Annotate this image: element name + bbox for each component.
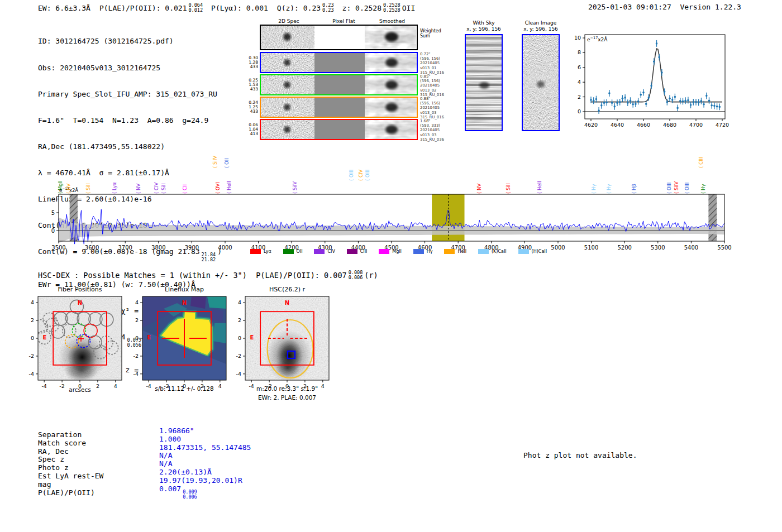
- data-point: [645, 103, 647, 105]
- legend-label: MgII: [392, 249, 402, 254]
- col-title-pixelflat: Pixel Flat: [317, 18, 370, 24]
- y-tick-label: 0: [238, 335, 241, 341]
- clean-title: Clean Image: [516, 20, 565, 26]
- spectrum-legend: LyαOIICIVCIIIMgIIHγHeII(K)CaII(H)CaII: [250, 249, 555, 254]
- data-point: [614, 106, 616, 108]
- data-point: [590, 99, 592, 101]
- legend-label: (K)CaII: [492, 249, 507, 254]
- legend-label: Hγ: [427, 249, 433, 254]
- data-point: [635, 103, 637, 105]
- lineflux-map-plot: NE -4-2024-4-2024: [131, 295, 233, 391]
- withsky-image: [465, 34, 503, 131]
- data-point: [648, 97, 650, 99]
- row-right-label: 1.68"(593, 333)20210405v013_03315_RU_036: [420, 119, 454, 142]
- exposure-row-cutouts: [260, 74, 418, 95]
- legend-item-(H)CaII: (H)CaII: [518, 249, 547, 254]
- legend-item-CIV: CIV: [314, 249, 335, 254]
- data-point: [674, 96, 676, 98]
- hscdex-text: HSC-DEX : Possible Matches = 1 (within +…: [38, 271, 347, 280]
- compass-east: E: [43, 334, 47, 341]
- y-tick-label: 4: [238, 299, 241, 305]
- y-tick-label: 2: [31, 317, 34, 323]
- match-row-label: Match score: [38, 439, 103, 448]
- line-label-OIII: ( OIII: [365, 170, 370, 181]
- hsc-plot-title: HSC(26.2) r: [248, 286, 326, 293]
- x-tick-label: 4620: [584, 122, 598, 128]
- y-tick-label: -4: [29, 371, 34, 377]
- data-point: [713, 105, 716, 107]
- data-point: [616, 102, 618, 104]
- header-z-type: OII: [402, 4, 415, 12]
- x-tick-label: 5400: [684, 245, 698, 251]
- data-point: [664, 91, 666, 93]
- y-tick-label: 4: [578, 79, 581, 85]
- legend-label: HeII: [457, 249, 466, 254]
- spectrum-unit-label: e−17x2Å: [59, 186, 78, 193]
- data-point: [716, 106, 718, 108]
- zoom-unit-label: e−17x2Å: [587, 36, 607, 42]
- data-point: [705, 95, 708, 97]
- data-point: [700, 100, 703, 102]
- match-row-value: 1.000: [159, 435, 251, 444]
- clean-image: [522, 34, 560, 131]
- header-z: z: 0.2528: [342, 4, 382, 12]
- exposure-row-cutouts: [260, 119, 418, 140]
- data-point: [666, 101, 669, 103]
- data-point: [632, 103, 634, 106]
- legend-swatch: [478, 249, 489, 254]
- data-point: [611, 102, 613, 104]
- x-tick-label: 4000: [218, 245, 232, 251]
- match-row-value: 1.96866": [159, 427, 251, 435]
- header-plya: P(Lyα): 0.001: [211, 4, 268, 12]
- data-point: [671, 99, 674, 101]
- match-row-label: mag: [38, 481, 103, 489]
- x-tick-label: 4720: [716, 122, 729, 128]
- clean-xy: x, y: 596, 156: [516, 26, 565, 32]
- compass-east: E: [147, 334, 151, 341]
- x-tick-label: 5500: [717, 245, 731, 251]
- y-tick-label: 6: [578, 64, 581, 70]
- data-point: [653, 60, 655, 63]
- data-point: [690, 104, 692, 106]
- x-tick-label: 5100: [584, 245, 598, 251]
- data-point: [605, 102, 608, 104]
- weighted-sum-label: WeightedSum: [420, 28, 441, 39]
- data-point: [684, 99, 686, 102]
- x-tick-label: 3700: [118, 245, 132, 251]
- data-point: [682, 100, 684, 103]
- compass-north: N: [182, 300, 187, 306]
- data-point: [679, 100, 681, 102]
- data-point: [650, 85, 652, 87]
- y-tick-label: -2: [29, 353, 34, 359]
- data-point: [637, 100, 640, 103]
- data-point: [598, 109, 600, 112]
- x-tick-label: 4700: [689, 122, 703, 128]
- hsc-cutout-plot: NE -4-2024-4-2024: [234, 295, 336, 391]
- y-tick-label: -4: [236, 371, 241, 377]
- match-row-label: P(LAE)/P(OII): [38, 489, 103, 497]
- match-row-label: Photo z: [38, 464, 103, 472]
- data-point: [593, 99, 595, 102]
- y-tick-label: -4: [133, 371, 139, 377]
- hsc-xlabel2: EWr: 2. PLAE: 0.007: [237, 394, 337, 401]
- x-tick-label: 4640: [611, 122, 624, 128]
- data-point: [622, 97, 624, 99]
- lineflux-xlabel: s/b: 11.12 +/- 0.128: [140, 385, 229, 392]
- x-tick-label: 3800: [151, 245, 165, 251]
- line-label-OIII: ( OIII: [349, 170, 354, 181]
- match-row-label: Spec z: [38, 456, 103, 464]
- header-plae: P(LAE)/P(OII): 0.021: [99, 4, 187, 12]
- legend-swatch: [413, 249, 424, 254]
- data-point: [658, 56, 660, 59]
- info-id: ID: 3012164725 (3012164725.pdf): [38, 37, 222, 46]
- data-point: [595, 98, 598, 100]
- header-ew: EW: 6.6±3.3Å: [38, 4, 90, 12]
- y-tick-label: 0: [135, 335, 139, 341]
- compass-north: N: [78, 300, 82, 306]
- x-tick-label: 3500: [51, 245, 65, 251]
- legend-item-MgII: MgII: [379, 249, 402, 254]
- info-lambda: λ = 4670.41Å σ = 2.81(±0.17)Å: [38, 169, 222, 178]
- info-radec: RA,Dec (181.473495,55.148022): [38, 142, 222, 151]
- header-qz: Q(z): 0.23: [277, 4, 321, 12]
- data-point: [719, 106, 721, 108]
